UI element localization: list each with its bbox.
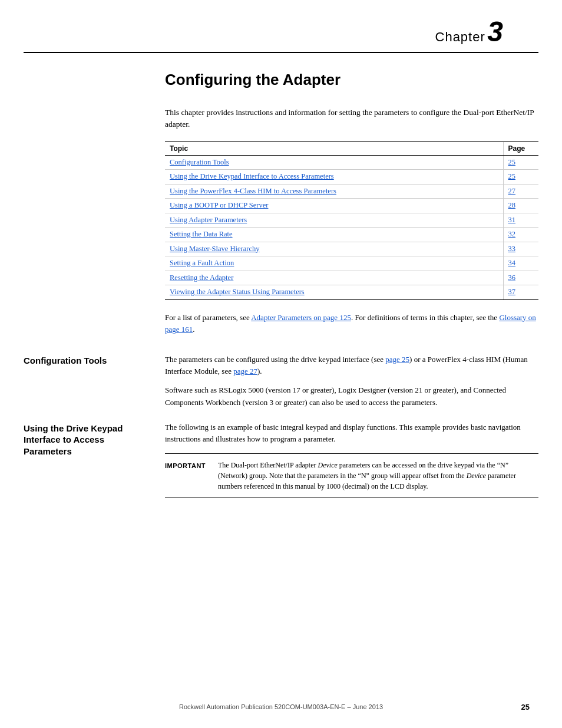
toc-page-cell: 37 [503,285,538,300]
col-header-topic: Topic [165,141,503,155]
ref-link1[interactable]: Adapter Parameters on page 125 [251,313,351,322]
table-row: Using the PowerFlex 4-Class HIM to Acces… [165,184,538,199]
toc-page-link[interactable]: 28 [508,201,516,209]
section-heading-drive-keypad: Using the Drive Keypad Interface to Acce… [24,423,141,457]
page-footer: Rockwell Automation Publication 520COM-U… [0,703,562,710]
toc-topic-cell: Viewing the Adapter Status Using Paramet… [165,285,503,300]
config-tools-para2: Software such as RSLogix 5000 (version 1… [165,384,538,408]
toc-topic-link[interactable]: Using the PowerFlex 4-Class HIM to Acces… [170,187,336,195]
toc-page-link[interactable]: 37 [508,288,516,296]
section-right-config-tools: The parameters can be configured using t… [153,354,538,416]
toc-page-link[interactable]: 36 [508,274,516,282]
section-right-drive-keypad: The following is an example of basic int… [153,421,538,498]
toc-topic-cell: Using the Drive Keypad Interface to Acce… [165,170,503,185]
important-box: IMPORTANT The Dual-port EtherNet/IP adap… [165,453,538,498]
section-drive-keypad: Using the Drive Keypad Interface to Acce… [24,421,538,498]
table-row: Configuration Tools25 [165,155,538,170]
toc-topic-cell: Using a BOOTP or DHCP Server [165,199,503,213]
toc-topic-link[interactable]: Using a BOOTP or DHCP Server [170,201,268,209]
important-label: IMPORTANT [165,460,218,492]
toc-page-link[interactable]: 34 [508,259,516,267]
toc-page-cell: 25 [503,170,538,185]
footer-publication: Rockwell Automation Publication 520COM-U… [24,703,538,710]
toc-page-cell: 34 [503,256,538,271]
main-content: Configuring the Adapter This chapter pro… [24,53,538,354]
page25-link[interactable]: page 25 [385,355,409,364]
toc-page-cell: 25 [503,155,538,170]
toc-topic-link[interactable]: Configuration Tools [170,158,229,166]
config-tools-para1: The parameters can be configured using t… [165,354,538,377]
right-content: Configuring the Adapter This chapter pro… [153,71,538,354]
ref-text-part3: . [193,325,194,334]
ref-text-part2: . For definitions of terms in this chapt… [351,313,499,322]
toc-table: Topic Page Configuration Tools25Using th… [165,141,538,300]
toc-topic-link[interactable]: Resetting the Adapter [170,274,233,282]
toc-page-link[interactable]: 25 [508,172,516,180]
drive-keypad-para1: The following is an example of basic int… [165,421,538,445]
section-heading-config-tools: Configuration Tools [24,355,141,367]
toc-topic-cell: Setting a Fault Action [165,256,503,271]
ref-text-part1: For a list of parameters, see [165,313,251,322]
toc-topic-link[interactable]: Using Master-Slave Hierarchy [170,245,259,253]
toc-page-link[interactable]: 31 [508,216,516,224]
table-row: Setting the Data Rate32 [165,228,538,242]
chapter-label: Chapter [435,29,485,44]
toc-page-cell: 32 [503,228,538,242]
toc-page-cell: 33 [503,242,538,256]
toc-topic-link[interactable]: Setting a Fault Action [170,259,234,267]
page27-link[interactable]: page 27 [233,367,257,375]
chapter-header: Chapter 3 [24,0,538,53]
toc-topic-cell: Using Adapter Parameters [165,213,503,228]
table-row: Using Adapter Parameters31 [165,213,538,228]
toc-page-link[interactable]: 32 [508,230,516,238]
section-left-config-tools: Configuration Tools [24,354,153,416]
toc-page-cell: 36 [503,271,538,285]
toc-page-link[interactable]: 33 [508,245,516,253]
table-row: Resetting the Adapter36 [165,271,538,285]
toc-topic-link[interactable]: Viewing the Adapter Status Using Paramet… [170,288,305,296]
toc-page-cell: 27 [503,184,538,199]
col-header-page: Page [503,141,538,155]
chapter-number: 3 [487,16,503,47]
toc-topic-cell: Configuration Tools [165,155,503,170]
table-row: Viewing the Adapter Status Using Paramet… [165,285,538,300]
toc-topic-cell: Resetting the Adapter [165,271,503,285]
table-row: Setting a Fault Action34 [165,256,538,271]
ref-text: For a list of parameters, see Adapter Pa… [165,312,538,337]
toc-topic-cell: Setting the Data Rate [165,228,503,242]
table-row: Using Master-Slave Hierarchy33 [165,242,538,256]
toc-page-cell: 28 [503,199,538,213]
intro-text: This chapter provides instructions and i… [165,107,538,131]
important-text: The Dual-port EtherNet/IP adapter Device… [218,460,538,492]
toc-topic-cell: Using Master-Slave Hierarchy [165,242,503,256]
toc-page-link[interactable]: 25 [508,158,516,166]
toc-topic-link[interactable]: Using Adapter Parameters [170,216,247,224]
page: Chapter 3 Configuring the Adapter This c… [0,0,562,728]
toc-topic-cell: Using the PowerFlex 4-Class HIM to Acces… [165,184,503,199]
toc-topic-link[interactable]: Using the Drive Keypad Interface to Acce… [170,172,334,180]
page-title: Configuring the Adapter [165,71,538,89]
table-row: Using the Drive Keypad Interface to Acce… [165,170,538,185]
footer-page-number: 25 [521,703,530,711]
left-sidebar [24,71,153,354]
toc-topic-link[interactable]: Setting the Data Rate [170,230,233,238]
section-config-tools: Configuration Tools The parameters can b… [24,354,538,416]
section-left-drive-keypad: Using the Drive Keypad Interface to Acce… [24,421,153,498]
toc-page-link[interactable]: 27 [508,187,516,195]
table-row: Using a BOOTP or DHCP Server28 [165,199,538,213]
toc-page-cell: 31 [503,213,538,228]
